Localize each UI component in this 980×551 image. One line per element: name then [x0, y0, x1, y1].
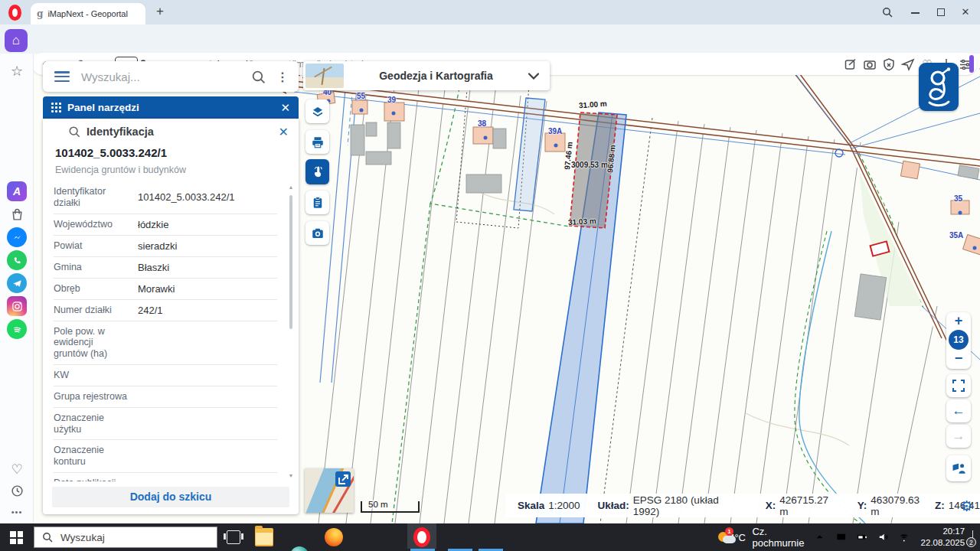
clock-date: 22.08.2025 [921, 537, 965, 549]
file-explorer-icon[interactable] [255, 528, 273, 546]
add-to-sketch-button[interactable]: Dodaj do szkicu [52, 487, 289, 507]
share-edit-icon[interactable] [844, 57, 858, 71]
clock-time: 20:17 [921, 526, 965, 537]
table-scrollbar[interactable]: ▲ ▼ [288, 184, 294, 478]
previous-view-button[interactable]: ← [946, 399, 971, 422]
telegram-icon[interactable] [7, 273, 27, 293]
start-button[interactable] [10, 531, 23, 544]
fullscreen-button[interactable] [946, 374, 971, 397]
print-button[interactable] [305, 130, 329, 154]
map-search-icon[interactable] [251, 70, 266, 84]
adblock-shield-icon[interactable] [882, 57, 896, 71]
geoportal-logo[interactable] [919, 63, 959, 111]
overview-expand-button[interactable] [335, 471, 351, 487]
browser-address-row: ‹ › ↻ VPN mapy.geoportal.gov.pl/imapnext… [0, 24, 980, 54]
layers-icon [311, 105, 325, 119]
camera-icon [311, 227, 325, 240]
building-label: 35A [949, 231, 963, 240]
table-row: GminaBłaszki [54, 257, 277, 279]
messenger-icon[interactable] [7, 227, 27, 247]
history-heart-icon[interactable]: ♡ [7, 459, 27, 479]
geoportal-g-icon [923, 67, 954, 107]
display-icon[interactable] [836, 532, 847, 543]
table-row: ObrębMorawki [54, 279, 277, 300]
menu-hamburger-icon[interactable] [54, 71, 70, 82]
identification-close-icon[interactable]: ✕ [279, 125, 289, 139]
tools-panel-close-icon[interactable]: ✕ [280, 101, 290, 115]
history-clock-icon[interactable] [7, 481, 27, 500]
aria-ai-icon[interactable]: A [7, 181, 27, 201]
attribute-value: Morawki [127, 283, 277, 295]
measurement-area: 3009.53 m² [571, 161, 610, 169]
speed-dial-icon[interactable]: ☆ [7, 61, 27, 81]
minimize-button[interactable] [906, 5, 923, 20]
maximize-button[interactable] [933, 5, 949, 20]
spotify-icon[interactable] [7, 319, 27, 339]
snapshot-camera-icon[interactable] [863, 57, 877, 71]
weather-icon[interactable]: 1 [717, 529, 718, 546]
composition-selector[interactable]: Geodezja i Kartografia [303, 61, 550, 90]
scroll-down-icon[interactable]: ▼ [288, 473, 294, 478]
attribute-label: Województwo [54, 219, 127, 230]
tools-panel-header[interactable]: Panel narzędzi ✕ [43, 96, 299, 119]
expand-icon [338, 474, 348, 484]
opera-taskbar-icon[interactable] [413, 527, 430, 547]
clock[interactable]: 20:17 22.08.2025 [921, 526, 965, 549]
report-button[interactable] [305, 191, 329, 214]
apps-grid-icon [51, 103, 61, 112]
send-to-device-icon[interactable] [901, 57, 915, 71]
screenshot-button[interactable] [305, 221, 329, 245]
workspace-home-button[interactable]: ⌂ [5, 29, 28, 52]
weather-condition[interactable]: Cz. pochmurnie [752, 526, 804, 549]
street-view-button[interactable] [946, 455, 971, 481]
whatsapp-icon[interactable] [7, 250, 27, 270]
table-row: Grupa rejestrowa [54, 386, 277, 408]
instagram-icon[interactable] [7, 296, 27, 316]
close-window-button[interactable]: ✕ [957, 5, 974, 20]
battery-icon[interactable] [857, 532, 867, 543]
tools-panel-title: Panel narzędzi [67, 102, 280, 113]
collapse-chevron-icon[interactable] [53, 129, 62, 135]
action-center-icon[interactable]: 2 [972, 530, 973, 544]
sidebar-more-icon[interactable]: ••• [7, 502, 27, 522]
table-row: Data publikacji [54, 473, 277, 481]
opera-logo-icon[interactable] [8, 5, 21, 21]
person-flag-icon [951, 461, 966, 476]
zoom-out-button[interactable]: − [946, 350, 971, 366]
taskbar-search-icon [42, 532, 53, 543]
tray-chevron-up-icon[interactable] [815, 532, 825, 542]
new-tab-button[interactable]: + [152, 3, 168, 20]
scale-value: 1:2000 [548, 500, 580, 511]
table-row: Oznaczenie konturu [54, 440, 277, 473]
settings-gear-icon[interactable]: ⚙ [960, 497, 973, 515]
cloud-icon [723, 536, 736, 543]
attribute-value: 242/1 [127, 305, 277, 316]
identify-button-active[interactable] [305, 159, 329, 184]
x-label: X: [766, 500, 776, 511]
layers-button[interactable] [305, 99, 329, 123]
taskbar-search-box[interactable]: Wyszukaj [34, 527, 217, 548]
attribute-value: łódzkie [127, 219, 277, 230]
next-view-button[interactable]: → [946, 425, 971, 448]
task-view-button[interactable] [227, 530, 240, 544]
contour-lines [478, 191, 849, 445]
volume-icon[interactable] [878, 532, 889, 543]
shopping-icon[interactable] [7, 204, 27, 224]
opera-sidebar: ☆ A ♡ ••• [0, 54, 34, 523]
scroll-up-icon[interactable]: ▲ [288, 184, 294, 190]
attribute-value: 101402_5.0033.242/1 [127, 191, 277, 203]
table-row: Województwołódzkie [54, 214, 277, 236]
touch-finger-icon [311, 165, 325, 179]
attribute-label: Oznaczenie użytku [54, 412, 127, 435]
composition-thumbnail [305, 64, 344, 88]
search-options-kebab-icon[interactable]: ⋮ [276, 70, 289, 84]
zoom-in-button[interactable]: + [946, 312, 971, 329]
firefox-icon[interactable] [325, 528, 343, 546]
identify-tool-icon [68, 126, 80, 138]
tab-favicon: g [37, 8, 43, 19]
attribute-table: Identyfikator działki101402_5.0033.242/1… [54, 181, 277, 481]
browser-search-icon[interactable] [879, 5, 896, 20]
wifi-icon[interactable] [899, 532, 910, 543]
browser-tab[interactable]: g iMapNext - Geoportal [31, 3, 145, 24]
map-search-input[interactable]: Wyszukaj... [81, 70, 251, 83]
